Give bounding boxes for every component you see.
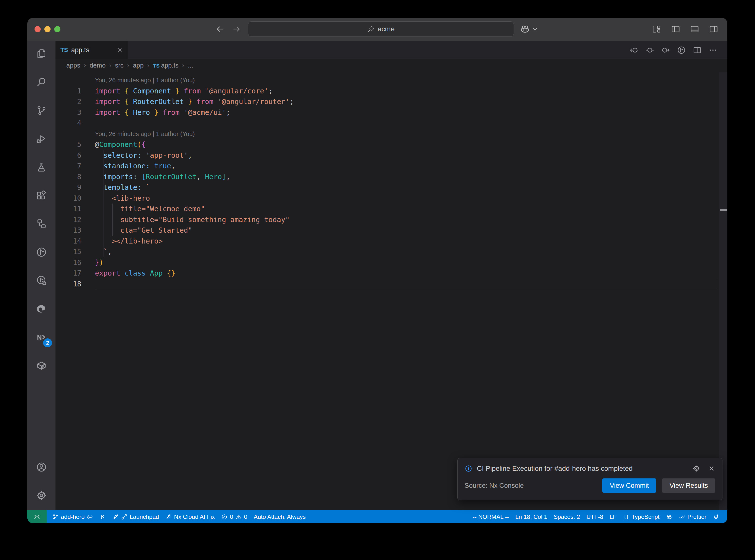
breadcrumb-item[interactable]: app (133, 62, 143, 69)
code-line-15[interactable]: 15 `, (56, 246, 728, 257)
code-editor[interactable]: You, 26 minutes ago | 1 author (You)1imp… (56, 72, 728, 510)
next-change-icon[interactable] (661, 46, 670, 55)
tab-app-ts[interactable]: TS app.ts (56, 41, 128, 59)
status-item-nx-cloud-ai-fix[interactable]: Nx Cloud AI Fix (162, 510, 218, 523)
status-item-cursor-position[interactable]: Ln 18, Col 1 (512, 510, 550, 523)
gitlens-icon[interactable] (677, 46, 686, 55)
code-line-11[interactable]: 11 title="Welcmoe demo" (56, 204, 728, 215)
breadcrumb-item[interactable]: demo (90, 62, 105, 69)
containers-icon (36, 360, 47, 371)
forward-arrow-icon[interactable] (232, 24, 241, 34)
activity-item-accounts[interactable] (27, 453, 56, 481)
code-line-1[interactable]: 1import { Component } from '@angular/cor… (56, 86, 728, 97)
status-item-vim-mode[interactable]: -- NORMAL -- (470, 510, 512, 523)
indent-guide (112, 204, 113, 236)
status-item-auto-attach[interactable]: Auto Attach: Always (251, 510, 309, 523)
remote-indicator[interactable] (27, 510, 46, 523)
layout-sidebar-left-icon[interactable] (671, 24, 680, 34)
minimize-window-button[interactable] (44, 26, 51, 32)
activity-item-run-and-debug[interactable] (27, 124, 56, 153)
layout-panel-icon[interactable] (690, 24, 699, 34)
notification-toast: CI Pipeline Execution for #add-hero has … (457, 458, 722, 500)
code-line-9[interactable]: 9 template: ` (56, 182, 728, 193)
line-number: 1 (56, 87, 81, 95)
status-text: Nx Cloud AI Fix (174, 514, 215, 520)
code-line-16[interactable]: 16}) (56, 257, 728, 268)
prev-change-icon[interactable] (630, 46, 639, 55)
notification-close-icon[interactable] (708, 465, 715, 472)
layout-sidebar-right-icon[interactable] (709, 24, 718, 34)
activity-item-nx-console[interactable]: 2 (27, 323, 56, 351)
code-line-12[interactable]: 12 subtitle="Build something amazing tod… (56, 215, 728, 225)
gitlens-icon (36, 246, 47, 258)
activity-item-hierarchy[interactable] (27, 209, 56, 238)
status-item-git-branch[interactable]: add-hero (49, 510, 96, 523)
activity-item-settings[interactable] (27, 481, 56, 510)
status-text: Ln 18, Col 1 (515, 514, 547, 520)
status-item-problems[interactable]: 00 (218, 510, 251, 523)
copilot-icon (666, 514, 672, 520)
code-line-13[interactable]: 13 cta="Get Started" (56, 225, 728, 236)
layout-controls (652, 24, 718, 34)
layout-customize-icon[interactable] (652, 24, 661, 34)
close-tab-icon[interactable] (117, 47, 123, 53)
status-item-notifications[interactable] (710, 510, 722, 523)
activity-item-containers[interactable] (27, 351, 56, 380)
status-item-prettier[interactable]: Prettier (676, 510, 710, 523)
status-item-copilot[interactable] (663, 510, 676, 523)
changes-icon[interactable] (645, 46, 654, 55)
activity-item-testing[interactable] (27, 153, 56, 181)
status-text: TypeScript (632, 514, 659, 520)
code-line-10[interactable]: 10 <lib-hero (56, 193, 728, 204)
view-commit-button[interactable]: View Commit (602, 478, 656, 493)
code-line-7[interactable]: 7 standalone: true, (56, 161, 728, 172)
code-line-14[interactable]: 14 ></lib-hero> (56, 236, 728, 247)
line-number: 18 (56, 280, 81, 288)
line-number: 3 (56, 108, 81, 117)
edge-tools-icon (36, 303, 47, 315)
line-number: 5 (56, 140, 81, 148)
error-icon (221, 514, 227, 520)
status-item-eol[interactable]: LF (606, 510, 620, 523)
activity-item-explorer[interactable] (27, 39, 56, 68)
activity-item-gitlens-inspect[interactable] (27, 266, 56, 295)
status-item-commit-graph[interactable] (96, 510, 109, 523)
blame-annotation: You, 26 minutes ago | 1 author (You) (56, 129, 728, 140)
status-item-launchpad[interactable]: Launchpad (109, 510, 162, 523)
command-center-search[interactable]: acme (248, 21, 514, 37)
breadcrumb-item[interactable]: apps (66, 62, 80, 69)
close-window-button[interactable] (35, 26, 41, 32)
overview-ruler[interactable] (719, 72, 728, 510)
view-results-button[interactable]: View Results (662, 478, 715, 493)
hierarchy-icon (36, 218, 47, 229)
status-item-language-mode[interactable]: {}TypeScript (620, 510, 662, 523)
line-number: 12 (56, 216, 81, 224)
activity-item-gitlens[interactable] (27, 238, 56, 266)
code-line-4[interactable]: 4 (56, 118, 728, 129)
notification-gear-icon[interactable] (693, 465, 700, 472)
code-line-17[interactable]: 17export class App {} (56, 268, 728, 279)
code-line-18[interactable]: 18 (56, 279, 728, 289)
back-arrow-icon[interactable] (215, 24, 225, 34)
more-actions-icon[interactable] (709, 46, 717, 55)
status-item-indentation[interactable]: Spaces: 2 (551, 510, 583, 523)
line-number: 9 (56, 183, 81, 192)
activity-item-edge-tools[interactable] (27, 295, 56, 323)
activity-item-extensions[interactable] (27, 181, 56, 209)
activity-item-search[interactable] (27, 68, 56, 96)
zoom-window-button[interactable] (54, 26, 60, 32)
code-line-6[interactable]: 6 selector: 'app-root', (56, 150, 728, 161)
copilot-menu[interactable] (519, 24, 539, 35)
tab-bar: TS app.ts (56, 41, 728, 59)
breadcrumb-item[interactable]: ... (188, 62, 193, 69)
code-line-5[interactable]: 5@Component({ (56, 139, 728, 150)
code-line-8[interactable]: 8 imports: [RouterOutlet, Hero], (56, 172, 728, 182)
status-item-encoding[interactable]: UTF-8 (583, 510, 606, 523)
code-line-2[interactable]: 2import { RouterOutlet } from '@angular/… (56, 96, 728, 107)
split-editor-icon[interactable] (693, 46, 702, 55)
activity-item-source-control[interactable] (27, 96, 56, 124)
breadcrumb-item[interactable]: src (115, 62, 123, 69)
code-line-3[interactable]: 3import { Hero } from '@acme/ui'; (56, 107, 728, 118)
breadcrumb-item[interactable]: TS app.ts (153, 62, 179, 69)
line-number: 4 (56, 119, 81, 127)
